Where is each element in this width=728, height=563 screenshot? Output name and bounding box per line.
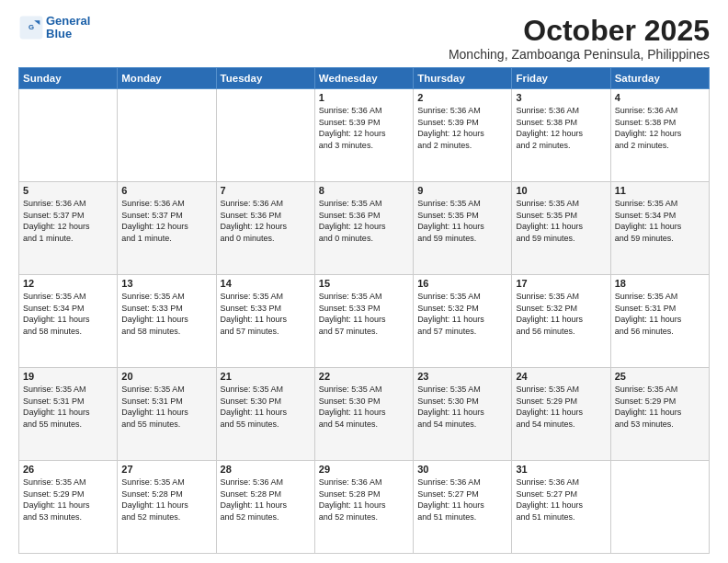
day-number: 19: [23, 371, 113, 382]
day-number: 1: [319, 92, 409, 103]
day-cell: 8Sunrise: 5:35 AM Sunset: 5:36 PM Daylig…: [314, 182, 413, 275]
day-cell: 20Sunrise: 5:35 AM Sunset: 5:31 PM Dayli…: [118, 368, 216, 461]
day-number: 15: [319, 278, 409, 289]
day-number: 28: [221, 464, 311, 475]
day-info: Sunrise: 5:36 AM Sunset: 5:27 PM Dayligh…: [516, 477, 606, 523]
day-number: 20: [121, 371, 211, 382]
day-number: 3: [516, 92, 606, 103]
week-row-4: 19Sunrise: 5:35 AM Sunset: 5:31 PM Dayli…: [19, 368, 710, 461]
day-cell: 23Sunrise: 5:35 AM Sunset: 5:30 PM Dayli…: [414, 368, 512, 461]
day-info: Sunrise: 5:36 AM Sunset: 5:39 PM Dayligh…: [417, 105, 507, 151]
day-number: 30: [417, 464, 507, 475]
day-info: Sunrise: 5:36 AM Sunset: 5:37 PM Dayligh…: [121, 198, 211, 244]
column-header-tuesday: Tuesday: [216, 68, 314, 89]
day-cell: 25Sunrise: 5:35 AM Sunset: 5:29 PM Dayli…: [610, 368, 709, 461]
day-number: 14: [221, 278, 311, 289]
day-cell: 1Sunrise: 5:36 AM Sunset: 5:39 PM Daylig…: [314, 89, 413, 182]
week-row-5: 26Sunrise: 5:35 AM Sunset: 5:29 PM Dayli…: [19, 461, 710, 554]
logo: G General Blue: [18, 15, 90, 41]
day-cell: 16Sunrise: 5:35 AM Sunset: 5:32 PM Dayli…: [414, 275, 512, 368]
day-info: Sunrise: 5:35 AM Sunset: 5:35 PM Dayligh…: [516, 198, 606, 244]
day-cell: 27Sunrise: 5:35 AM Sunset: 5:28 PM Dayli…: [118, 461, 216, 554]
header-row: SundayMondayTuesdayWednesdayThursdayFrid…: [19, 68, 710, 89]
day-info: Sunrise: 5:35 AM Sunset: 5:29 PM Dayligh…: [516, 384, 606, 430]
day-number: 13: [121, 278, 211, 289]
subtitle: Monching, Zamboanga Peninsula, Philippin…: [449, 47, 710, 62]
day-info: Sunrise: 5:35 AM Sunset: 5:30 PM Dayligh…: [319, 384, 409, 430]
day-cell: [19, 89, 118, 182]
day-cell: 21Sunrise: 5:35 AM Sunset: 5:30 PM Dayli…: [216, 368, 314, 461]
week-row-3: 12Sunrise: 5:35 AM Sunset: 5:34 PM Dayli…: [19, 275, 710, 368]
column-header-thursday: Thursday: [414, 68, 512, 89]
day-info: Sunrise: 5:35 AM Sunset: 5:33 PM Dayligh…: [221, 291, 311, 337]
day-info: Sunrise: 5:35 AM Sunset: 5:33 PM Dayligh…: [319, 291, 409, 337]
column-header-friday: Friday: [512, 68, 610, 89]
day-cell: 28Sunrise: 5:36 AM Sunset: 5:28 PM Dayli…: [216, 461, 314, 554]
day-cell: 4Sunrise: 5:36 AM Sunset: 5:38 PM Daylig…: [610, 89, 709, 182]
day-number: 21: [221, 371, 311, 382]
column-header-wednesday: Wednesday: [314, 68, 413, 89]
day-info: Sunrise: 5:36 AM Sunset: 5:28 PM Dayligh…: [221, 477, 311, 523]
logo-icon: G: [18, 15, 44, 40]
logo-blue: Blue: [46, 28, 90, 40]
month-title: October 2025: [449, 15, 710, 47]
day-info: Sunrise: 5:35 AM Sunset: 5:32 PM Dayligh…: [516, 291, 606, 337]
day-number: 22: [319, 371, 409, 382]
day-cell: 10Sunrise: 5:35 AM Sunset: 5:35 PM Dayli…: [512, 182, 610, 275]
day-info: Sunrise: 5:35 AM Sunset: 5:30 PM Dayligh…: [417, 384, 507, 430]
day-number: 26: [23, 464, 113, 475]
day-cell: 15Sunrise: 5:35 AM Sunset: 5:33 PM Dayli…: [314, 275, 413, 368]
day-info: Sunrise: 5:35 AM Sunset: 5:34 PM Dayligh…: [23, 291, 113, 337]
day-info: Sunrise: 5:36 AM Sunset: 5:28 PM Dayligh…: [319, 477, 409, 523]
day-cell: 30Sunrise: 5:36 AM Sunset: 5:27 PM Dayli…: [414, 461, 512, 554]
day-cell: 18Sunrise: 5:35 AM Sunset: 5:31 PM Dayli…: [610, 275, 709, 368]
day-info: Sunrise: 5:35 AM Sunset: 5:33 PM Dayligh…: [121, 291, 211, 337]
day-number: 23: [417, 371, 507, 382]
page: G General Blue October 2025 Monching, Za…: [0, 0, 728, 563]
column-header-saturday: Saturday: [610, 68, 709, 89]
day-number: 11: [615, 185, 705, 196]
day-info: Sunrise: 5:35 AM Sunset: 5:34 PM Dayligh…: [615, 198, 705, 244]
day-number: 18: [615, 278, 705, 289]
svg-text:G: G: [28, 23, 34, 31]
day-info: Sunrise: 5:35 AM Sunset: 5:28 PM Dayligh…: [121, 477, 211, 523]
day-cell: 7Sunrise: 5:36 AM Sunset: 5:36 PM Daylig…: [216, 182, 314, 275]
day-info: Sunrise: 5:36 AM Sunset: 5:39 PM Dayligh…: [319, 105, 409, 151]
day-number: 25: [615, 371, 705, 382]
logo-general: General: [46, 15, 90, 28]
day-info: Sunrise: 5:36 AM Sunset: 5:36 PM Dayligh…: [221, 198, 311, 244]
day-number: 31: [516, 464, 606, 475]
day-info: Sunrise: 5:35 AM Sunset: 5:31 PM Dayligh…: [615, 291, 705, 337]
day-cell: 2Sunrise: 5:36 AM Sunset: 5:39 PM Daylig…: [414, 89, 512, 182]
day-info: Sunrise: 5:35 AM Sunset: 5:31 PM Dayligh…: [121, 384, 211, 430]
day-number: 16: [417, 278, 507, 289]
day-cell: 22Sunrise: 5:35 AM Sunset: 5:30 PM Dayli…: [314, 368, 413, 461]
week-row-1: 1Sunrise: 5:36 AM Sunset: 5:39 PM Daylig…: [19, 89, 710, 182]
day-cell: 29Sunrise: 5:36 AM Sunset: 5:28 PM Dayli…: [314, 461, 413, 554]
day-info: Sunrise: 5:35 AM Sunset: 5:29 PM Dayligh…: [23, 477, 113, 523]
day-info: Sunrise: 5:35 AM Sunset: 5:32 PM Dayligh…: [417, 291, 507, 337]
day-info: Sunrise: 5:35 AM Sunset: 5:30 PM Dayligh…: [221, 384, 311, 430]
day-info: Sunrise: 5:36 AM Sunset: 5:37 PM Dayligh…: [23, 198, 113, 244]
day-cell: 26Sunrise: 5:35 AM Sunset: 5:29 PM Dayli…: [19, 461, 118, 554]
day-number: 24: [516, 371, 606, 382]
day-cell: 19Sunrise: 5:35 AM Sunset: 5:31 PM Dayli…: [19, 368, 118, 461]
day-cell: 6Sunrise: 5:36 AM Sunset: 5:37 PM Daylig…: [118, 182, 216, 275]
day-number: 4: [615, 92, 705, 103]
calendar: SundayMondayTuesdayWednesdayThursdayFrid…: [18, 67, 710, 554]
day-number: 2: [417, 92, 507, 103]
day-number: 8: [319, 185, 409, 196]
day-info: Sunrise: 5:35 AM Sunset: 5:31 PM Dayligh…: [23, 384, 113, 430]
day-info: Sunrise: 5:36 AM Sunset: 5:38 PM Dayligh…: [516, 105, 606, 151]
day-cell: 3Sunrise: 5:36 AM Sunset: 5:38 PM Daylig…: [512, 89, 610, 182]
day-number: 9: [417, 185, 507, 196]
day-number: 12: [23, 278, 113, 289]
header: G General Blue October 2025 Monching, Za…: [18, 15, 710, 62]
week-row-2: 5Sunrise: 5:36 AM Sunset: 5:37 PM Daylig…: [19, 182, 710, 275]
day-number: 5: [23, 185, 113, 196]
day-cell: 24Sunrise: 5:35 AM Sunset: 5:29 PM Dayli…: [512, 368, 610, 461]
day-info: Sunrise: 5:36 AM Sunset: 5:38 PM Dayligh…: [615, 105, 705, 151]
day-number: 27: [121, 464, 211, 475]
day-info: Sunrise: 5:35 AM Sunset: 5:36 PM Dayligh…: [319, 198, 409, 244]
day-number: 10: [516, 185, 606, 196]
